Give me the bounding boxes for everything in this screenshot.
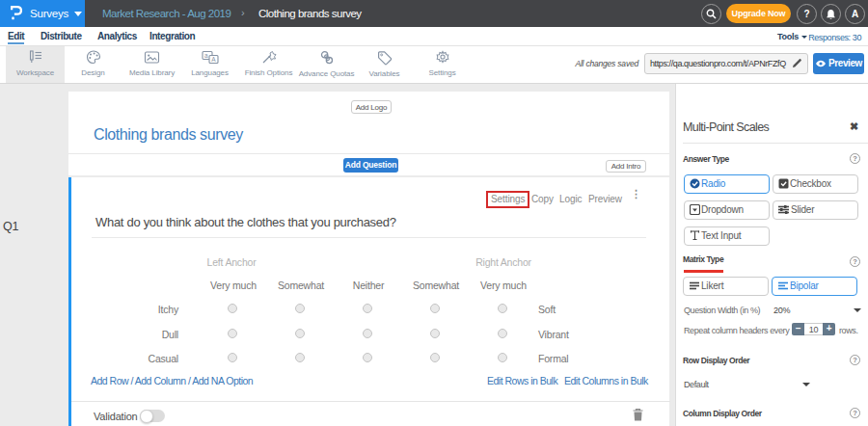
svg-text:a: a bbox=[204, 52, 208, 59]
